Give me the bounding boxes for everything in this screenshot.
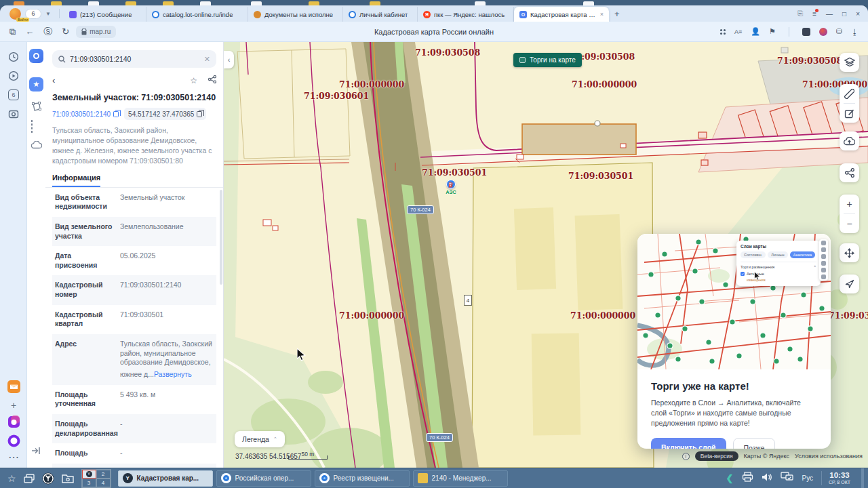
tabs-panel-icon[interactable]: 6 (7, 88, 20, 102)
tab-information[interactable]: Информация (52, 174, 100, 187)
layer-checkbox-row[interactable]: ✓ Активные (741, 272, 816, 276)
back-icon[interactable]: ← (25, 26, 34, 37)
select-area-icon[interactable] (31, 121, 41, 131)
mini-tab[interactable]: Личные (768, 251, 788, 258)
address-bar[interactable]: map.ru (76, 26, 116, 38)
zoom-control[interactable]: + − (840, 195, 859, 233)
browser-tab[interactable]: Личный кабинет (343, 7, 418, 22)
bookmark-flag-icon[interactable]: ⚑ (769, 27, 776, 36)
map-attribution[interactable]: Карты © Яндекс (744, 453, 790, 460)
share-icon[interactable] (840, 163, 859, 182)
layers-control[interactable] (840, 53, 859, 72)
mini-tab[interactable]: Состоявш. (741, 251, 766, 258)
move-icon[interactable] (840, 243, 859, 262)
zoom-out-icon[interactable]: − (840, 214, 859, 233)
layers-group-row[interactable]: Торги размещения⌃ (741, 262, 816, 269)
taskbar-window-button[interactable]: Реестр извещени... (315, 470, 410, 487)
cloud-upload-icon[interactable] (840, 131, 859, 150)
terms-link[interactable]: Условия использования (795, 453, 863, 460)
favorite-star-icon[interactable]: ☆ (190, 76, 197, 85)
zoom-in-icon[interactable]: + (840, 195, 859, 214)
extension-icon[interactable] (802, 28, 810, 36)
volume-icon[interactable] (762, 472, 772, 485)
share-map-control[interactable] (840, 163, 859, 182)
cloud-icon[interactable] (31, 140, 41, 150)
mail-icon[interactable] (7, 380, 20, 393)
keyboard-layout[interactable]: Рус (802, 474, 814, 482)
window-list-icon[interactable] (24, 474, 35, 483)
share-profile-icon[interactable]: 👤 (751, 27, 760, 36)
collapse-panel-icon[interactable] (31, 445, 41, 455)
browser-tab[interactable]: OКадастровая карта Ро× (514, 7, 609, 22)
more-icon[interactable]: ⋯ (7, 450, 20, 464)
measure-polygon-icon[interactable] (31, 102, 41, 112)
mini-tab-active[interactable]: Аналитика (790, 251, 815, 258)
upload-control[interactable] (840, 131, 859, 150)
files-icon[interactable] (62, 474, 74, 483)
clock[interactable]: 10:33 СР, 8 ОКТ (821, 471, 850, 485)
tab-close-icon[interactable]: × (600, 11, 604, 18)
gas-station-poi[interactable]: ⛽ АЗС (444, 180, 458, 195)
side-panel-icon[interactable]: ⧉ (9, 26, 16, 37)
info-icon[interactable]: i (682, 453, 690, 460)
later-button[interactable]: Позже (733, 438, 776, 449)
cadastral-number-chip[interactable]: 71:09:030501:2140 (52, 108, 119, 120)
taskbar-window-button[interactable]: Российская опер... (216, 470, 311, 487)
tray-expand-icon[interactable]: ❮ (726, 473, 734, 483)
refresh-icon[interactable]: ↻ (62, 26, 69, 37)
favorites-button[interactable]: ★ (29, 77, 43, 92)
panel-back-icon[interactable]: ‹ (52, 75, 55, 85)
workspace-4[interactable]: 4 (96, 479, 111, 487)
maximize-button[interactable]: □ (842, 10, 846, 18)
show-desktop-button[interactable] (861, 468, 864, 488)
browser-tab[interactable]: (213) Сообщение (64, 7, 146, 22)
workspace-1-current[interactable]: Y (82, 470, 96, 479)
torgi-map-toggle[interactable]: Торги на карте (513, 53, 582, 67)
close-button[interactable]: × (856, 10, 860, 18)
add-panel-icon[interactable]: + (7, 399, 20, 412)
history-icon[interactable] (7, 50, 20, 64)
browser-tab[interactable]: Документы на исполне (248, 7, 343, 22)
protect-icon[interactable]: Ⓢ (43, 26, 52, 38)
extension-icon[interactable] (819, 28, 827, 36)
workspace-2[interactable]: 2 (96, 470, 111, 479)
locate-control[interactable] (840, 274, 859, 293)
taskbar-window-button[interactable]: 2140 - Менеджер... (413, 470, 508, 487)
search-box[interactable]: ✕ (52, 50, 216, 68)
draw-tools-control[interactable] (840, 84, 859, 123)
layers-icon[interactable] (840, 53, 859, 72)
reading-list-icon[interactable]: ⎘ (797, 9, 803, 18)
copy-icon[interactable] (113, 111, 119, 117)
browser-menu-icon[interactable]: ≡ (812, 10, 816, 18)
workspace-pager[interactable]: Y 2 3 4 (81, 469, 111, 488)
displays-icon[interactable] (781, 472, 794, 485)
layer-subitem[interactable]: извещения (747, 278, 816, 282)
map-collapse-tab[interactable]: ‹ (224, 51, 234, 68)
printer-icon[interactable] (742, 472, 753, 485)
checkbox-checked-icon[interactable]: ✓ (741, 272, 745, 276)
search-input[interactable] (70, 55, 200, 63)
pan-control[interactable] (840, 243, 859, 262)
new-tab-button[interactable]: + (614, 9, 620, 19)
enable-layer-button[interactable]: Включить слой (651, 438, 726, 449)
checkbox-icon[interactable] (519, 57, 526, 63)
ruler-icon[interactable] (840, 84, 859, 103)
cadastral-map[interactable]: 71:09:03050871:00:00000071:09:03060171:0… (224, 42, 868, 468)
downloads-icon[interactable]: ⭳ (851, 28, 859, 36)
wallet-icon[interactable]: ⛁ (836, 27, 842, 36)
minimize-button[interactable]: — (826, 10, 833, 18)
telemost-icon[interactable] (7, 434, 20, 447)
taskbar-window-button[interactable]: YКадастровая кар... (118, 470, 213, 487)
screenshot-icon[interactable] (7, 107, 20, 121)
expand-link[interactable]: Развернуть (154, 370, 192, 380)
video-icon[interactable] (7, 69, 20, 83)
chevron-down-icon[interactable]: ▼ (45, 11, 51, 17)
reader-mode-icon[interactable]: A≡ (734, 28, 742, 35)
launcher-star-icon[interactable]: ☆ (7, 473, 16, 484)
browser-tab[interactable]: Япкк — Яндекс: нашлось (418, 7, 514, 22)
collections-icon[interactable] (720, 29, 726, 35)
location-arrow-icon[interactable] (840, 274, 859, 293)
yandex-browser-launcher-icon[interactable] (42, 472, 54, 485)
copy-icon[interactable] (197, 111, 202, 117)
user-avatar[interactable]: Войти (9, 8, 21, 20)
